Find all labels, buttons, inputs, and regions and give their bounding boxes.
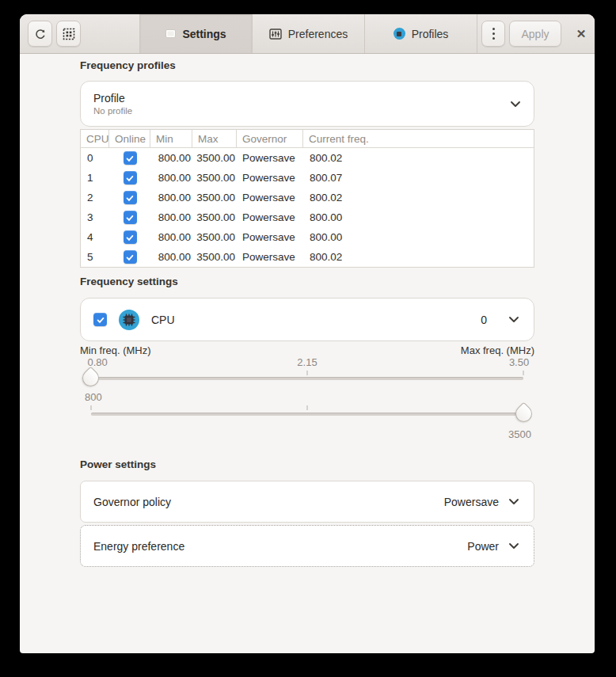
online-checkbox[interactable]	[124, 230, 137, 244]
governor-policy-value: Powersave	[444, 496, 499, 508]
preferences-icon	[269, 29, 282, 40]
tab-profiles[interactable]: Profiles	[364, 14, 477, 53]
col-header-governor[interactable]: Governor	[237, 130, 303, 147]
refresh-button[interactable]	[28, 21, 52, 47]
min-slider-mark-mid: 2.15	[297, 356, 317, 368]
frequency-profiles-heading: Frequency profiles	[80, 59, 534, 71]
col-header-min[interactable]: Min	[150, 130, 192, 147]
table-row[interactable]: 2 800.00 3500.00 Powersave 800.02	[81, 188, 534, 207]
titlebar: Settings Preferences Profiles	[20, 14, 595, 54]
check-icon	[125, 154, 135, 163]
governor-policy-selector[interactable]: Governor policy Powersave	[80, 481, 534, 523]
apply-button-label: Apply	[521, 28, 549, 40]
energy-preference-selector[interactable]: Energy preference Power	[80, 525, 534, 567]
table-row[interactable]: 0 800.00 3500.00 Powersave 800.02	[81, 148, 534, 168]
check-icon	[125, 193, 135, 203]
close-icon: ✕	[576, 27, 587, 41]
max-freq-label: Max freq. (MHz)	[461, 344, 534, 356]
min-freq-slider-handle[interactable]	[79, 367, 103, 390]
check-icon	[125, 233, 135, 242]
profiles-icon	[394, 28, 405, 40]
chevron-down-icon	[508, 498, 519, 505]
min-freq-slider-value: 800	[85, 391, 102, 403]
tab-profiles-label: Profiles	[412, 28, 449, 40]
check-icon	[125, 253, 135, 262]
max-freq-slider-track[interactable]	[91, 413, 523, 416]
min-freq-slider-track[interactable]	[91, 377, 523, 380]
select-all-icon	[63, 28, 75, 40]
frequency-settings-heading: Frequency settings	[80, 276, 534, 287]
col-header-current-freq[interactable]: Current freq.	[303, 130, 534, 147]
min-freq-label: Min freq. (MHz)	[80, 344, 151, 356]
col-header-online[interactable]: Online	[109, 130, 150, 147]
online-checkbox[interactable]	[124, 171, 137, 184]
min-slider-mark-high: 3.50	[509, 356, 529, 368]
profile-selector-value: No profile	[93, 106, 132, 116]
tab-settings[interactable]: Settings	[139, 14, 252, 53]
close-button[interactable]: ✕	[571, 24, 591, 44]
check-icon	[125, 173, 135, 183]
profile-selector[interactable]: Profile No profile	[80, 81, 534, 127]
online-checkbox[interactable]	[124, 250, 137, 264]
col-header-cpu[interactable]: CPU	[81, 130, 109, 147]
cpu-table: CPU Online Min Max Governor Current freq…	[80, 129, 534, 268]
profile-selector-title: Profile	[93, 92, 132, 105]
table-row[interactable]: 4 800.00 3500.00 Powersave 800.00	[81, 227, 534, 247]
cpu-selector-row: CPU 0	[80, 298, 534, 341]
online-checkbox[interactable]	[124, 211, 137, 224]
chevron-down-icon	[508, 542, 519, 550]
online-checkbox[interactable]	[124, 151, 137, 165]
table-row[interactable]: 3 800.00 3500.00 Powersave 800.00	[81, 207, 534, 227]
max-freq-slider-handle[interactable]	[512, 402, 536, 426]
cpu-online-checkbox[interactable]	[93, 313, 107, 326]
settings-chip-icon	[165, 29, 176, 38]
tab-preferences[interactable]: Preferences	[252, 14, 364, 53]
cpu-selector-value[interactable]: 0	[481, 314, 487, 326]
power-settings-heading: Power settings	[80, 458, 534, 470]
menu-icon	[492, 28, 495, 40]
apply-button[interactable]: Apply	[509, 21, 561, 47]
menu-button[interactable]	[481, 21, 505, 47]
chevron-down-icon	[510, 101, 521, 108]
main-content: Frequency profiles Profile No profile CP…	[80, 55, 534, 567]
col-header-max[interactable]: Max	[192, 130, 237, 147]
check-icon	[96, 315, 105, 325]
table-row[interactable]: 5 800.00 3500.00 Powersave 800.02	[81, 247, 534, 267]
max-freq-slider-value: 3500	[508, 428, 531, 440]
cpu-table-header: CPU Online Min Max Governor Current freq…	[81, 130, 534, 148]
tab-settings-label: Settings	[182, 28, 226, 40]
cpu-selector-label: CPU	[151, 314, 175, 326]
frequency-sliders: 0.80 2.15 3.50 800 3500	[80, 356, 534, 450]
cpu-chip-icon	[119, 310, 139, 330]
tab-preferences-label: Preferences	[288, 28, 348, 40]
view-switcher: Settings Preferences Profiles	[139, 14, 477, 53]
energy-preference-value: Power	[467, 540, 499, 553]
table-row[interactable]: 1 800.00 3500.00 Powersave 800.07	[81, 168, 534, 188]
select-all-button[interactable]	[56, 21, 81, 47]
app-window: Settings Preferences Profiles	[20, 14, 595, 653]
chevron-down-icon[interactable]	[508, 316, 519, 323]
refresh-icon	[34, 28, 47, 40]
energy-preference-label: Energy preference	[93, 540, 184, 553]
governor-policy-label: Governor policy	[93, 496, 171, 508]
check-icon	[125, 213, 135, 222]
online-checkbox[interactable]	[124, 191, 137, 204]
